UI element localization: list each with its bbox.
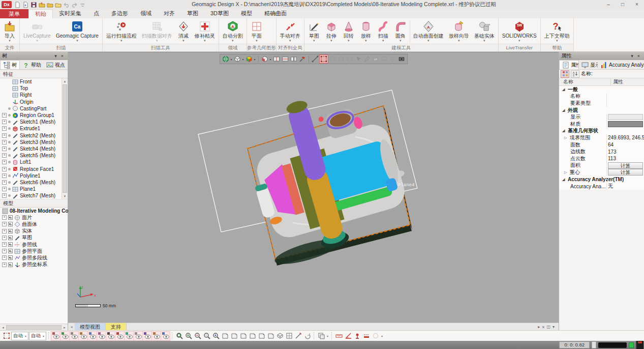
expander-icon[interactable]: + xyxy=(2,229,7,234)
scroll-thumb[interactable] xyxy=(63,84,67,193)
viewport-3d[interactable]: Plane4 ▾▾▾▾ x z 50 mm xyxy=(68,52,559,323)
property-row-重心[interactable]: ▷重心计算 xyxy=(559,169,644,176)
measure-angle-button[interactable] xyxy=(344,332,352,340)
view-top-button[interactable] xyxy=(257,332,266,340)
tree-item-Extrude1[interactable]: +Extrude1 xyxy=(0,125,68,132)
ribbon-button-自动分割[interactable]: A自动分割▾ xyxy=(220,19,246,44)
model-item-参照平面[interactable]: +参照平面 xyxy=(0,248,68,254)
tree-item-Front[interactable]: Front xyxy=(0,78,68,85)
globe-view-button[interactable] xyxy=(222,55,230,63)
tree-item-Polyline1[interactable]: +Polyline1 xyxy=(0,172,68,179)
view-grid-button[interactable] xyxy=(285,332,293,340)
ribbon-button-扫描[interactable]: 扫描▾ xyxy=(375,19,392,44)
value-column-header[interactable]: 属性 xyxy=(610,78,644,85)
property-value[interactable] xyxy=(606,121,644,128)
ribbon-tab-对齐[interactable]: 对齐 xyxy=(158,9,181,18)
property-row-面积[interactable]: 面积计算 xyxy=(559,162,644,169)
expander-icon[interactable]: + xyxy=(2,242,7,247)
expand-icon[interactable]: ▷ xyxy=(564,170,569,174)
ribbon-tab-模型[interactable]: 模型 xyxy=(235,9,258,18)
eye-measure-button[interactable] xyxy=(161,332,170,340)
property-row-边线数[interactable]: 边线数173 xyxy=(559,148,644,155)
tree-item-Origin[interactable]: Origin xyxy=(0,99,68,105)
expander-icon[interactable]: + xyxy=(2,120,7,124)
tree-item-Replace Face1[interactable]: +Replace Face1 xyxy=(0,165,68,172)
render-cube-button[interactable] xyxy=(261,55,269,63)
zoom-out-button[interactable] xyxy=(193,332,202,340)
tree-item-Sketch2 (Mesh)[interactable]: +Sketch2 (Mesh) xyxy=(0,132,68,139)
model-item-面片[interactable]: +面片 xyxy=(0,214,68,221)
name-column-header[interactable]: 名称 xyxy=(559,78,610,85)
ribbon-button-SOLIDWORKS[interactable]: SWSOLIDWORKS▾ xyxy=(500,19,539,44)
expander-icon[interactable]: + xyxy=(2,167,7,171)
property-value[interactable]: 249.6993, 246.52... xyxy=(606,134,644,141)
view-right-button[interactable] xyxy=(248,332,257,340)
tree-item-Sketch1 (Mesh)[interactable]: +Sketch1 (Mesh) xyxy=(0,119,68,125)
view-tab-支持[interactable]: 支持 xyxy=(106,323,127,331)
eye-solid-button[interactable] xyxy=(134,332,142,340)
scroll-right-icon[interactable]: ▸ xyxy=(62,326,68,330)
ribbon-button-运行扫描流程[interactable]: 运行扫描流程▾ xyxy=(104,19,139,44)
section-side-button[interactable] xyxy=(281,55,289,63)
model-item-草图[interactable]: +草图 xyxy=(0,235,68,241)
save-icon[interactable] xyxy=(30,1,38,9)
feature-tree-scrollbar[interactable]: ▴ ▾ xyxy=(62,78,68,199)
property-value[interactable] xyxy=(606,113,644,121)
minimize-button[interactable]: – xyxy=(601,0,616,9)
tree-item-Top[interactable]: Top xyxy=(0,85,68,92)
mode-dropdown-2[interactable]: 自动▾ xyxy=(29,332,46,340)
link-toggle-icon[interactable] xyxy=(8,263,13,267)
zoom-selection-button[interactable] xyxy=(211,332,220,340)
redo-icon[interactable] xyxy=(71,1,78,9)
model-item-参照线[interactable]: +参照线 xyxy=(0,241,68,248)
copy-screen-button[interactable] xyxy=(317,332,325,340)
scroll-left-icon[interactable]: ◂ xyxy=(0,326,6,330)
ribbon-button-修补精灵[interactable]: 修补精灵▾ xyxy=(192,19,218,44)
ribbon-button-草图[interactable]: 草图▾ xyxy=(305,19,323,44)
property-row-显示[interactable]: 显示 xyxy=(559,113,644,121)
ribbon-button-消减[interactable]: 消减▾ xyxy=(175,19,192,44)
link-toggle-icon[interactable] xyxy=(8,215,13,220)
property-row-要素类型[interactable]: 要素类型 xyxy=(559,100,644,107)
view-back-button[interactable] xyxy=(230,332,238,340)
line-select-button[interactable] xyxy=(311,55,319,63)
ribbon-button-放样向导[interactable]: 放样向导▾ xyxy=(446,19,472,44)
eye-curve-button[interactable] xyxy=(97,332,106,340)
property-row-点云数[interactable]: 点云数113 xyxy=(559,155,644,162)
expander-icon[interactable]: + xyxy=(2,140,7,144)
dropdown-caret-icon[interactable]: ▾ xyxy=(254,57,256,61)
ribbon-tab-多边形[interactable]: 多边形 xyxy=(105,9,134,18)
eye-pointcloud-button[interactable] xyxy=(70,332,78,340)
property-value[interactable]: 计算 xyxy=(606,169,644,176)
categorized-sort-button[interactable] xyxy=(561,70,569,78)
ribbon-button-拉伸[interactable]: 拉伸▾ xyxy=(323,19,340,44)
calculate-button[interactable]: 计算 xyxy=(608,162,643,169)
eye-region-button[interactable] xyxy=(60,332,69,340)
restore-button[interactable]: □ xyxy=(616,0,630,9)
property-row-境界范围[interactable]: ▷境界范围249.6993, 246.52... xyxy=(559,134,644,141)
panel-tab-帮助[interactable]: ?帮助 xyxy=(20,61,44,69)
alphabetical-sort-button[interactable]: AZ xyxy=(571,70,579,78)
scroll-down-icon[interactable]: ▾ xyxy=(64,193,66,199)
eye-3dsketch-button[interactable] xyxy=(115,332,124,340)
view-tab-模型视图[interactable]: 模型视图 xyxy=(75,323,106,331)
tree-item-Sketch6 (Mesh)[interactable]: +Sketch6 (Mesh) xyxy=(0,179,68,186)
model-item-参照多段线[interactable]: +参照多段线 xyxy=(0,254,68,261)
dropdown-caret-icon[interactable]: ▾ xyxy=(269,57,272,61)
expander-icon[interactable]: + xyxy=(2,222,7,226)
expander-icon[interactable]: + xyxy=(2,236,7,240)
expander-icon[interactable]: + xyxy=(2,180,7,185)
tree-item-Loft1[interactable]: +Loft1 xyxy=(0,159,68,165)
ribbon-button-Geomagic Capture[interactable]: CaGeomagic Capture▾ xyxy=(53,19,101,44)
close-button[interactable]: × xyxy=(630,0,644,9)
property-row-面数[interactable]: 面数64 xyxy=(559,141,644,149)
undo-icon[interactable] xyxy=(63,1,70,9)
ribbon-button-导入[interactable]: 导入▾ xyxy=(1,19,18,44)
hammer-tool-button[interactable] xyxy=(298,55,306,63)
eye-refgeom-button[interactable] xyxy=(143,332,151,340)
new-window-icon[interactable]: ◫ xyxy=(546,325,550,329)
expander-icon[interactable]: + xyxy=(2,249,7,253)
ribbon-tab-实时采集[interactable]: 实时采集 xyxy=(53,9,87,18)
expander-icon[interactable]: + xyxy=(2,193,7,198)
zoom-in-button[interactable] xyxy=(184,332,193,340)
